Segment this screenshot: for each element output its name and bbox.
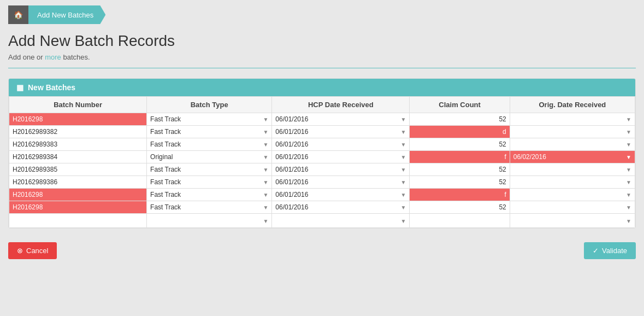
batch-type-value: Fast Track <box>150 166 181 173</box>
cell-batch-number[interactable] <box>9 113 147 126</box>
cell-orig-date[interactable]: ▼ <box>510 201 635 214</box>
batch-type-value: Fast Track <box>150 203 181 211</box>
empty-arrow: ▼ <box>401 218 406 224</box>
empty-arrow: ▼ <box>263 218 268 224</box>
table-row: Fast Track▼06/01/2016▼▼ <box>9 138 635 151</box>
batch-type-arrow: ▼ <box>263 167 268 173</box>
hcp-date-arrow: ▼ <box>401 204 406 210</box>
hcp-date-value: 06/01/2016 <box>275 191 308 198</box>
input-claim-count[interactable] <box>413 128 506 136</box>
cell-hcp-date[interactable]: 06/01/2016▼ <box>272 201 410 214</box>
cell-batch-number[interactable] <box>9 138 147 151</box>
cell-hcp-date[interactable]: 06/01/2016▼ <box>272 113 410 126</box>
cell-batch-number[interactable] <box>9 189 147 201</box>
hcp-date-arrow: ▼ <box>401 179 406 185</box>
cell-batch-type[interactable]: Fast Track▼ <box>147 189 272 201</box>
hcp-date-value: 06/01/2016 <box>275 153 308 161</box>
table-row: Original▼06/01/2016▼06/02/2016▼ <box>9 151 635 163</box>
panel-icon: ▦ <box>16 83 23 92</box>
cell-batch-number[interactable] <box>9 151 147 163</box>
cell-claim-count[interactable] <box>410 138 510 151</box>
cell-hcp-date[interactable]: 06/01/2016▼ <box>272 126 410 138</box>
cell-claim-count[interactable] <box>410 113 510 126</box>
input-claim-count[interactable] <box>413 178 506 186</box>
home-icon: 🏠 <box>14 10 23 19</box>
hcp-date-arrow: ▼ <box>401 192 406 198</box>
hcp-date-arrow: ▼ <box>401 154 406 160</box>
batch-type-arrow: ▼ <box>263 204 268 210</box>
hcp-date-value: 06/01/2016 <box>275 203 308 211</box>
table-row: Fast Track▼06/01/2016▼▼ <box>9 126 635 138</box>
home-button[interactable]: 🏠 <box>8 5 28 24</box>
orig-date-arrow: ▼ <box>626 204 631 210</box>
cancel-icon: ⊗ <box>17 247 23 255</box>
table-row: Fast Track▼06/01/2016▼▼ <box>9 163 635 176</box>
validate-button[interactable]: ✓ Validate <box>584 242 636 259</box>
cell-orig-date[interactable]: ▼ <box>510 113 635 126</box>
hcp-date-arrow: ▼ <box>401 142 406 148</box>
cell-hcp-date[interactable]: 06/01/2016▼ <box>272 189 410 201</box>
cell-orig-date[interactable]: ▼ <box>510 176 635 189</box>
cell-batch-type[interactable]: Fast Track▼ <box>147 163 272 176</box>
cell-batch-number[interactable] <box>9 176 147 189</box>
table-header-row: Batch Number Batch Type HCP Date Receive… <box>9 97 635 113</box>
batches-table: Batch Number Batch Type HCP Date Receive… <box>9 96 635 228</box>
hcp-date-value: 06/01/2016 <box>275 166 308 173</box>
orig-date-arrow: ▼ <box>626 167 631 173</box>
col-header-batch-number: Batch Number <box>9 97 147 113</box>
hcp-date-value: 06/01/2016 <box>275 128 308 136</box>
batch-type-value: Original <box>150 153 173 161</box>
input-batch-number[interactable] <box>13 115 143 123</box>
cell-batch-type[interactable]: Fast Track▼ <box>147 113 272 126</box>
cell-batch-number[interactable] <box>9 201 147 214</box>
cell-batch-type[interactable]: Fast Track▼ <box>147 201 272 214</box>
empty-arrow: ▼ <box>626 218 631 224</box>
cancel-label: Cancel <box>26 247 48 255</box>
input-batch-number[interactable] <box>13 166 143 173</box>
cell-batch-type[interactable]: Fast Track▼ <box>147 126 272 138</box>
input-batch-number[interactable] <box>13 191 143 198</box>
cell-hcp-date[interactable]: 06/01/2016▼ <box>272 151 410 163</box>
cell-claim-count[interactable] <box>410 176 510 189</box>
cancel-button[interactable]: ⊗ Cancel <box>8 242 57 259</box>
cell-batch-type[interactable]: Fast Track▼ <box>147 176 272 189</box>
cell-hcp-date[interactable]: 06/01/2016▼ <box>272 138 410 151</box>
batch-type-arrow: ▼ <box>263 116 268 122</box>
breadcrumb: 🏠 Add New Batches <box>8 5 636 24</box>
table-row: Fast Track▼06/01/2016▼▼ <box>9 113 635 126</box>
cell-claim-count[interactable] <box>410 126 510 138</box>
input-claim-count[interactable] <box>413 191 506 198</box>
validate-label: Validate <box>602 247 627 255</box>
cell-orig-date[interactable]: 06/02/2016▼ <box>510 151 635 163</box>
batch-type-arrow: ▼ <box>263 179 268 185</box>
input-batch-number[interactable] <box>13 128 143 136</box>
orig-date-arrow: ▼ <box>626 154 631 160</box>
cell-orig-date[interactable]: ▼ <box>510 189 635 201</box>
cell-batch-type[interactable]: Original▼ <box>147 151 272 163</box>
cell-batch-number[interactable] <box>9 126 147 138</box>
input-claim-count[interactable] <box>413 203 506 211</box>
cell-orig-date[interactable]: ▼ <box>510 138 635 151</box>
input-claim-count[interactable] <box>413 141 506 148</box>
cell-hcp-date[interactable]: 06/01/2016▼ <box>272 163 410 176</box>
cell-claim-count[interactable] <box>410 151 510 163</box>
cell-orig-date[interactable]: ▼ <box>510 163 635 176</box>
cell-orig-date[interactable]: ▼ <box>510 126 635 138</box>
input-claim-count[interactable] <box>413 153 506 161</box>
input-claim-count[interactable] <box>413 166 506 173</box>
cell-hcp-date[interactable]: 06/01/2016▼ <box>272 176 410 189</box>
input-batch-number[interactable] <box>13 178 143 186</box>
input-batch-number[interactable] <box>13 141 143 148</box>
batch-type-value: Fast Track <box>150 128 181 136</box>
cell-claim-count[interactable] <box>410 201 510 214</box>
input-batch-number[interactable] <box>13 203 143 211</box>
cell-batch-number[interactable] <box>9 163 147 176</box>
input-batch-number[interactable] <box>13 153 143 161</box>
input-claim-count[interactable] <box>413 115 506 123</box>
cell-batch-type[interactable]: Fast Track▼ <box>147 138 272 151</box>
cell-claim-count[interactable] <box>410 189 510 201</box>
more-link[interactable]: more <box>45 53 61 61</box>
cell-claim-count[interactable] <box>410 163 510 176</box>
batch-type-value: Fast Track <box>150 115 181 123</box>
footer-actions: ⊗ Cancel ✓ Validate <box>8 239 636 262</box>
